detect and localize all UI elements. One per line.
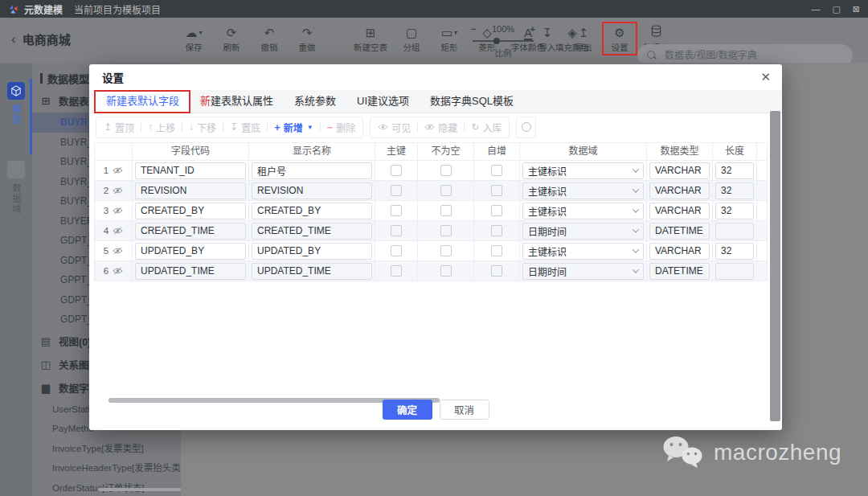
- dialog-close-icon[interactable]: ✕: [760, 70, 771, 84]
- cancel-button[interactable]: 取消: [440, 400, 489, 420]
- field-code-input[interactable]: REVISION: [135, 182, 246, 199]
- primary-key-checkbox[interactable]: [391, 165, 402, 176]
- add-row-button[interactable]: +新增: [274, 121, 303, 134]
- sidebar-scrollbar[interactable]: [98, 488, 181, 491]
- primary-key-checkbox[interactable]: [391, 185, 402, 196]
- field-code-input[interactable]: UPDATED_TIME: [135, 263, 246, 280]
- sidebar-dict-item[interactable]: InvoiceHeaderType[发票抬头类型]: [32, 458, 181, 478]
- data-domain-select[interactable]: 日期时间: [522, 263, 644, 280]
- not-null-checkbox[interactable]: [440, 165, 452, 176]
- delete-row-button[interactable]: −删除: [327, 121, 356, 134]
- eye-off-icon[interactable]: [113, 187, 123, 195]
- save-button[interactable]: ☁▾ 保存: [178, 23, 209, 54]
- maximize-icon[interactable]: ▢: [832, 4, 840, 14]
- zoom-slider[interactable]: [473, 40, 534, 42]
- tab-ui-options[interactable]: UI建议选项: [346, 90, 420, 113]
- display-name-input[interactable]: CREATED_TIME: [252, 223, 372, 240]
- info-button[interactable]: [516, 117, 536, 138]
- not-null-checkbox[interactable]: [440, 225, 452, 236]
- eye-off-icon[interactable]: [113, 166, 123, 174]
- settings-button[interactable]: ⚙▾ 设置: [604, 23, 635, 54]
- export-button[interactable]: ↥▾ 导出: [568, 23, 599, 54]
- group-button[interactable]: ▢▾ 分组: [396, 23, 427, 54]
- eye-off-icon[interactable]: [113, 227, 123, 235]
- tab-default-fields[interactable]: 新建表默认字段: [96, 90, 190, 113]
- not-null-checkbox[interactable]: [440, 265, 452, 277]
- data-type-input[interactable]: VARCHAR: [649, 162, 710, 179]
- length-input[interactable]: 32: [715, 162, 754, 179]
- primary-key-checkbox[interactable]: [391, 225, 402, 236]
- field-code-input[interactable]: UPDATED_BY: [135, 243, 246, 260]
- data-type-input[interactable]: DATETIME: [649, 263, 710, 280]
- dropdown-caret-icon[interactable]: ▾: [454, 30, 457, 36]
- import-button[interactable]: ↧▾ 导入: [532, 23, 563, 54]
- auto-increment-checkbox[interactable]: [491, 185, 502, 196]
- set-hidden-button[interactable]: 隐藏: [424, 121, 457, 134]
- set-visible-button[interactable]: 可见: [378, 121, 411, 134]
- field-code-input[interactable]: TENANT_ID: [135, 162, 246, 179]
- data-type-input[interactable]: DATETIME: [649, 223, 710, 240]
- display-name-input[interactable]: UPDATED_BY: [252, 243, 372, 260]
- tab-dict-sql-template[interactable]: 数据字典SQL模板: [420, 90, 524, 113]
- search-input[interactable]: [663, 49, 843, 62]
- field-code-input[interactable]: CREATED_BY: [135, 203, 246, 219]
- ok-button[interactable]: 确定: [383, 400, 432, 420]
- store-to-db-button[interactable]: ↻入库: [471, 121, 502, 134]
- auto-increment-checkbox[interactable]: [491, 205, 502, 216]
- auto-increment-checkbox[interactable]: [491, 245, 502, 256]
- close-window-icon[interactable]: ⊠: [853, 4, 860, 14]
- zoom-slider-handle[interactable]: [493, 38, 500, 44]
- display-name-input[interactable]: UPDATED_TIME: [252, 263, 372, 280]
- tab-default-props[interactable]: 新建表默认属性: [190, 90, 284, 113]
- not-null-checkbox[interactable]: [440, 245, 452, 256]
- tab-system-params[interactable]: 系统参数: [284, 90, 346, 113]
- display-name-input[interactable]: REVISION: [252, 182, 372, 199]
- data-type-input[interactable]: VARCHAR: [649, 243, 710, 260]
- eye-off-icon[interactable]: [113, 267, 123, 275]
- zoom-out-button[interactable]: −: [471, 24, 476, 34]
- undo-button[interactable]: ↶▾ 撤销: [254, 23, 285, 54]
- length-input[interactable]: 32: [715, 203, 754, 219]
- length-input[interactable]: [715, 223, 754, 240]
- rail-item-model[interactable]: 模型: [0, 63, 32, 125]
- auto-increment-checkbox[interactable]: [491, 165, 502, 176]
- length-input[interactable]: [715, 263, 754, 280]
- data-domain-select[interactable]: 主键标识: [522, 182, 644, 199]
- dialog-vertical-scrollbar[interactable]: [770, 111, 780, 421]
- sidebar-dict-item[interactable]: OrderStatus[订单状态]: [32, 478, 181, 496]
- refresh-button[interactable]: ⟳▾ 刷新: [216, 23, 247, 54]
- data-domain-select[interactable]: 主键标识: [522, 243, 644, 260]
- pin-top-button[interactable]: ↥置顶: [104, 121, 134, 134]
- primary-key-checkbox[interactable]: [391, 245, 402, 256]
- length-input[interactable]: 32: [715, 243, 754, 260]
- primary-key-checkbox[interactable]: [391, 205, 402, 216]
- not-null-checkbox[interactable]: [440, 205, 452, 216]
- sidebar-dict-item[interactable]: InvoiceType[发票类型]: [32, 439, 181, 459]
- auto-increment-checkbox[interactable]: [491, 225, 502, 236]
- redo-button[interactable]: ↷▾ 重做: [292, 23, 322, 54]
- length-input[interactable]: 32: [715, 182, 754, 199]
- rail-item-domain[interactable]: 数据域: [0, 125, 32, 215]
- data-domain-select[interactable]: 主键标识: [522, 162, 644, 179]
- dropdown-caret-icon[interactable]: ▾: [199, 30, 202, 36]
- new-table-button[interactable]: ⊞▾ 新建空表: [352, 23, 389, 54]
- auto-increment-checkbox[interactable]: [491, 265, 502, 277]
- display-name-input[interactable]: CREATED_BY: [252, 203, 372, 219]
- eye-off-icon[interactable]: [113, 247, 123, 255]
- move-up-button[interactable]: ↑上移: [148, 121, 175, 134]
- pin-bottom-button[interactable]: ↧置底: [230, 121, 260, 134]
- data-type-input[interactable]: VARCHAR: [649, 182, 710, 199]
- rectangle-button[interactable]: ▭▾ 矩形: [434, 23, 465, 54]
- field-code-input[interactable]: CREATED_TIME: [135, 223, 246, 240]
- data-type-input[interactable]: VARCHAR: [649, 203, 710, 219]
- not-null-checkbox[interactable]: [440, 185, 452, 196]
- data-domain-select[interactable]: 日期时间: [522, 223, 644, 240]
- minimize-icon[interactable]: —: [811, 4, 820, 14]
- back-button[interactable]: ‹ 电商商城: [11, 31, 71, 47]
- primary-key-checkbox[interactable]: [391, 265, 402, 277]
- add-dropdown-caret-icon[interactable]: ▼: [307, 124, 313, 131]
- data-domain-select[interactable]: 主键标识: [522, 203, 644, 219]
- eye-off-icon[interactable]: [113, 207, 123, 215]
- move-down-button[interactable]: ↓下移: [189, 121, 216, 134]
- display-name-input[interactable]: 租户号: [252, 162, 372, 179]
